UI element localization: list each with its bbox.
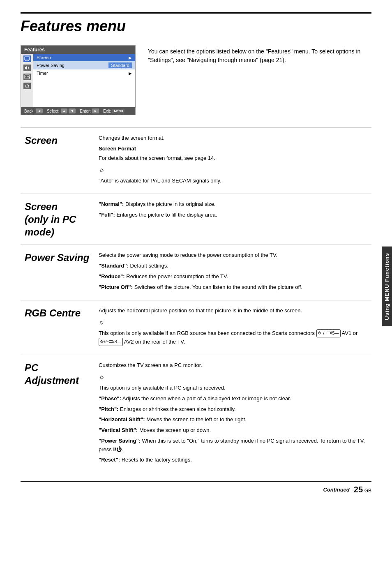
picture-icon <box>23 74 31 80</box>
page-title: Features menu <box>21 12 371 35</box>
desc-screen-pc: "Normal": Displays the picture in its or… <box>95 194 371 245</box>
top-section: Features <box>21 45 371 115</box>
desc-screen: Changes the screen format. Screen Format… <box>95 128 371 194</box>
table-row-rgb-centre: RGB Centre Adjusts the horizontal pictur… <box>21 300 371 355</box>
term-screen: Screen <box>21 128 95 194</box>
sub-heading-screen-format: Screen Format <box>99 145 367 153</box>
tv-menu-body: Screen ▶ Power Saving Standard Timer ▶ <box>21 54 135 107</box>
svg-rect-0 <box>25 57 30 60</box>
svg-line-7 <box>27 85 28 86</box>
table-row-pc-adjustment: PC Adjustment Customizes the TV screen a… <box>21 355 371 473</box>
table-row-screen: Screen Changes the screen format. Screen… <box>21 128 371 194</box>
content-table: Screen Changes the screen format. Screen… <box>21 127 371 473</box>
tv-menu-content: Screen ▶ Power Saving Standard Timer ▶ <box>33 54 135 107</box>
term-screen-pc: Screen(only in PCmode) <box>21 194 95 245</box>
enter-button-label: Enter: ► <box>80 108 99 113</box>
top-description: You can select the options listed below … <box>148 45 371 115</box>
menu-row-timer: Timer ▶ <box>33 69 135 77</box>
tv-menu-screenshot: Features <box>21 45 136 115</box>
continued-label: Continued <box>323 487 350 493</box>
desc-pc-adjustment: Customizes the TV screen as a PC monitor… <box>95 355 371 473</box>
menu-row-screen: Screen ▶ <box>33 54 135 61</box>
page-number: 25 GB <box>354 485 371 494</box>
sound-icon <box>23 65 31 71</box>
term-pc-adjustment: PC Adjustment <box>21 355 95 473</box>
table-row-power-saving: Power Saving Selects the power saving mo… <box>21 245 371 300</box>
tv-menu-footer: Back: ◄ Select: ▲ ▼ Enter: ► Exit: MENU <box>21 107 135 115</box>
exit-button-label: Exit: MENU <box>103 109 125 113</box>
desc-power-saving: Selects the power saving mode to reduce … <box>95 245 371 300</box>
svg-rect-9 <box>109 341 113 343</box>
desc-rgb-centre: Adjusts the horizontal picture position … <box>95 300 371 355</box>
table-row-screen-pc: Screen(only in PCmode) "Normal": Display… <box>21 194 371 245</box>
term-power-saving: Power Saving <box>21 245 95 300</box>
page-footer: Continued 25 GB <box>21 481 371 494</box>
menu-row-power-saving: Power Saving Standard <box>33 61 135 69</box>
tip-icon-screen: ☼ <box>99 164 367 175</box>
side-tab: Using MENU Functions <box>382 247 392 326</box>
tv-menu-icons <box>21 54 33 107</box>
tip-icon-rgb: ☼ <box>99 317 367 328</box>
back-button-label: Back: ◄ <box>24 108 43 113</box>
tip-icon-pc: ☼ <box>99 372 367 382</box>
select-button-label: Select: ▲ ▼ <box>47 108 76 113</box>
term-rgb-centre: RGB Centre <box>21 300 95 355</box>
tv-menu-header: Features <box>21 46 135 54</box>
svg-rect-8 <box>327 332 331 334</box>
screen-icon <box>23 55 31 62</box>
timer-icon <box>23 83 31 89</box>
